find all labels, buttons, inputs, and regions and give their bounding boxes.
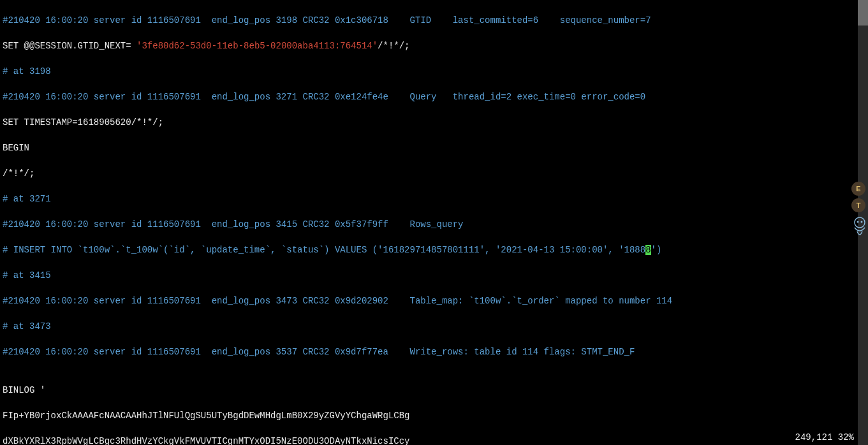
log-line: # INSERT INTO `t100w`.`t_100w`(`id`, `up… bbox=[3, 245, 645, 255]
log-line: BINLOG ' bbox=[3, 385, 45, 395]
side-badges: E T bbox=[851, 182, 868, 240]
log-line: ') bbox=[651, 245, 662, 255]
badge-e[interactable]: E bbox=[851, 182, 865, 196]
cursor-position: 249,121 bbox=[795, 432, 833, 442]
svg-point-2 bbox=[855, 217, 865, 228]
log-line: /*!*/; bbox=[378, 41, 409, 51]
svg-point-3 bbox=[857, 221, 859, 223]
log-line: SET @@SESSION.GTID_NEXT= bbox=[3, 41, 136, 51]
terminal-output[interactable]: #210420 16:00:20 server id 1116507691 en… bbox=[0, 0, 868, 445]
badge-t[interactable]: T bbox=[851, 198, 865, 212]
log-line: #210420 16:00:20 server id 1116507691 en… bbox=[3, 92, 645, 102]
log-line: FIp+YB0rjoxCkAAAAFcNAACAAHhJTlNFUlQgSU5U… bbox=[3, 411, 410, 421]
status-bar: 249,121 32% bbox=[791, 430, 858, 445]
gtid-value: '3fe80d62-53d0-11eb-8eb5-02000aba4113:76… bbox=[136, 41, 378, 51]
log-line: #210420 16:00:20 server id 1116507691 en… bbox=[3, 347, 635, 357]
log-line: SET TIMESTAMP=1618905620/*!*/; bbox=[3, 117, 163, 128]
log-line: # at 3198 bbox=[3, 66, 51, 77]
log-line: #210420 16:00:20 server id 1116507691 en… bbox=[3, 15, 651, 26]
scrollbar-thumb[interactable] bbox=[858, 0, 868, 26]
log-line: dXBkYXRlX3RpbWVgLCBgc3RhdHVzYCkgVkFMVUVT… bbox=[3, 436, 410, 445]
svg-point-4 bbox=[861, 221, 863, 223]
log-line: #210420 16:00:20 server id 1116507691 en… bbox=[3, 219, 464, 230]
log-line: # at 3271 bbox=[3, 194, 51, 204]
cursor-highlight: 8 bbox=[645, 245, 651, 255]
scroll-percentage: 32% bbox=[838, 432, 854, 442]
log-line: # at 3415 bbox=[3, 270, 51, 281]
mascot-icon[interactable] bbox=[851, 215, 868, 240]
log-line: BEGIN bbox=[3, 143, 29, 153]
log-line: # at 3473 bbox=[3, 321, 51, 332]
log-line: /*!*/; bbox=[3, 168, 34, 179]
log-line: #210420 16:00:20 server id 1116507691 en… bbox=[3, 296, 672, 306]
